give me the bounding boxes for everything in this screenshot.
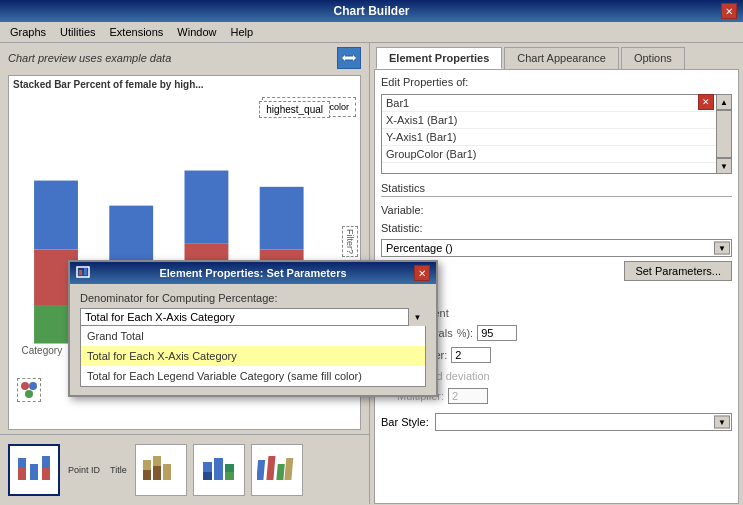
- arrows-icon: [342, 51, 356, 65]
- svg-rect-3: [34, 181, 78, 250]
- dialog-close-button[interactable]: ✕: [414, 265, 430, 281]
- title-bar: Chart Builder ✕: [0, 0, 743, 22]
- statistics-header: Statistics: [381, 182, 732, 197]
- bar-style-label: Bar Style:: [381, 416, 429, 428]
- svg-point-16: [21, 382, 29, 390]
- svg-rect-33: [225, 472, 234, 480]
- dropdown-option-grand-total[interactable]: Grand Total: [81, 326, 425, 346]
- tab-element-properties[interactable]: Element Properties: [376, 47, 502, 69]
- chart-title: Stacked Bar Percent of female by high...: [9, 76, 360, 93]
- preview-icon-button[interactable]: [337, 47, 361, 69]
- preview-text: Chart preview uses example data: [8, 52, 171, 64]
- variable-row: Variable:: [381, 203, 732, 217]
- point-id-label: Point ID: [66, 463, 102, 477]
- window-title: Chart Builder: [22, 4, 721, 18]
- thumb-chart-3: [199, 450, 239, 490]
- thumb-2[interactable]: [135, 444, 187, 496]
- dialog-title-icon: [76, 265, 92, 281]
- chart-icon-box: [17, 378, 41, 402]
- svg-rect-23: [42, 468, 50, 480]
- svg-rect-6: [109, 206, 153, 262]
- bar-style-row: Bar Style: ▼: [381, 413, 732, 431]
- thumb-1[interactable]: [8, 444, 60, 496]
- dialog-icon: [76, 265, 90, 279]
- svg-text:Category: Category: [22, 345, 63, 356]
- prop-item-yaxis1[interactable]: Y-Axis1 (Bar1): [382, 129, 731, 146]
- bar-style-dropdown-wrap: ▼: [435, 413, 732, 431]
- dialog-body: Denominator for Computing Percentage: To…: [70, 284, 436, 395]
- legend-item-box: highest_qual: [259, 101, 330, 118]
- dropdown-option-legend[interactable]: Total for Each Legend Variable Category …: [81, 366, 425, 386]
- statistic-dropdown-row: Percentage () ▼: [381, 239, 732, 257]
- title-label: Title: [108, 463, 129, 477]
- bar-style-dropdown[interactable]: [435, 413, 732, 431]
- svg-point-17: [29, 382, 37, 390]
- thumb-chart-2: [141, 450, 181, 490]
- menu-help[interactable]: Help: [224, 24, 259, 40]
- scroll-up-button[interactable]: ▲: [716, 94, 732, 110]
- thumb-3[interactable]: [193, 444, 245, 496]
- prop-list-scrollbar: ▲ ▼: [716, 94, 732, 174]
- svg-rect-39: [79, 270, 82, 275]
- dropdown-list: Grand Total Total for Each X-Axis Catego…: [80, 326, 426, 387]
- dialog-dropdown-wrap: Total for Each X-Axis Category ▼: [80, 308, 426, 326]
- prop-item-groupcolor[interactable]: GroupColor (Bar1): [382, 146, 731, 163]
- close-button[interactable]: ✕: [721, 3, 737, 19]
- svg-rect-35: [266, 456, 275, 480]
- scroll-down-button[interactable]: ▼: [716, 158, 732, 174]
- multiplier-value[interactable]: [448, 388, 488, 404]
- set-params-button[interactable]: Set Parameters...: [624, 261, 732, 281]
- menu-extensions[interactable]: Extensions: [104, 24, 170, 40]
- dialog-dropdown-display[interactable]: Total for Each X-Axis Category: [80, 308, 426, 326]
- svg-rect-12: [260, 187, 304, 250]
- dialog-title-bar: Element Properties: Set Parameters ✕: [70, 262, 436, 284]
- svg-rect-28: [163, 464, 171, 480]
- set-parameters-dialog[interactable]: Element Properties: Set Parameters ✕ Den…: [68, 260, 438, 397]
- thumb-chart-1: [14, 450, 54, 490]
- dialog-selected-value: Total for Each X-Axis Category: [85, 311, 235, 323]
- dialog-title: Element Properties: Set Parameters: [159, 267, 346, 279]
- dropdown-option-x-axis[interactable]: Total for Each X-Axis Category: [81, 346, 425, 366]
- prop-list[interactable]: Bar1 X-Axis1 (Bar1) Y-Axis1 (Bar1) Group…: [381, 94, 732, 174]
- color-icon: [20, 381, 38, 399]
- menu-graphs[interactable]: Graphs: [4, 24, 52, 40]
- std-error-value[interactable]: [451, 347, 491, 363]
- prop-list-close-button[interactable]: ✕: [698, 94, 714, 110]
- preview-row: Chart preview uses example data: [0, 43, 369, 71]
- bottom-thumbnails: Point ID Title: [0, 434, 369, 504]
- menu-bar: Graphs Utilities Extensions Window Help: [0, 22, 743, 43]
- svg-rect-25: [143, 470, 151, 480]
- prop-item-xaxis1[interactable]: X-Axis1 (Bar1): [382, 112, 731, 129]
- svg-rect-20: [18, 468, 26, 480]
- confidence-pct-label: %):: [457, 327, 474, 339]
- svg-rect-34: [257, 460, 265, 480]
- filter-label: Filter?: [342, 226, 358, 257]
- svg-rect-36: [276, 464, 284, 480]
- variable-label: Variable:: [381, 204, 441, 216]
- statistic-dropdown[interactable]: Percentage (): [381, 239, 732, 257]
- denominator-label: Denominator for Computing Percentage:: [80, 292, 426, 304]
- svg-rect-30: [203, 472, 212, 480]
- tab-chart-appearance[interactable]: Chart Appearance: [504, 47, 619, 69]
- menu-utilities[interactable]: Utilities: [54, 24, 101, 40]
- svg-rect-37: [284, 458, 293, 480]
- prop-item-bar1[interactable]: Bar1: [382, 95, 731, 112]
- svg-rect-9: [185, 171, 229, 244]
- tabs-row: Element Properties Chart Appearance Opti…: [370, 43, 743, 69]
- legend-item-text: highest_qual: [266, 104, 323, 115]
- statistic-label: Statistic:: [381, 222, 441, 234]
- statistic-row: Statistic:: [381, 221, 732, 235]
- edit-props-label: Edit Properties of:: [381, 76, 732, 88]
- svg-point-18: [25, 390, 33, 398]
- thumb-chart-4: [257, 450, 297, 490]
- scroll-track: [716, 110, 732, 158]
- tab-options[interactable]: Options: [621, 47, 685, 69]
- svg-rect-27: [153, 466, 161, 480]
- svg-rect-21: [30, 464, 38, 480]
- thumb-4[interactable]: [251, 444, 303, 496]
- svg-rect-31: [214, 458, 223, 480]
- prop-list-wrapper: Bar1 X-Axis1 (Bar1) Y-Axis1 (Bar1) Group…: [381, 94, 732, 174]
- svg-rect-40: [84, 268, 87, 275]
- confidence-value[interactable]: 95: [477, 325, 517, 341]
- menu-window[interactable]: Window: [171, 24, 222, 40]
